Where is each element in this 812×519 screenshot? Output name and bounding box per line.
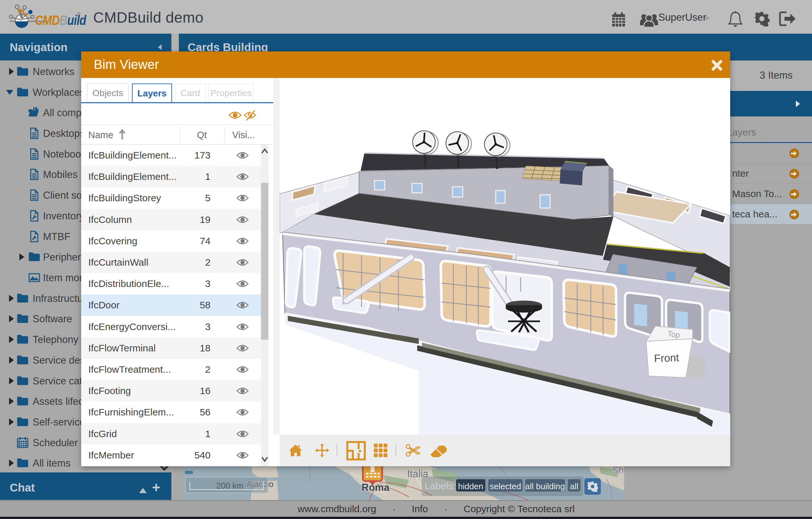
svg-text:200 km: 200 km (216, 481, 243, 491)
svg-text:Top: Top (667, 329, 680, 339)
svg-text:Roma: Roma (361, 482, 390, 493)
svg-text:Shqipër: Shqipër (612, 466, 624, 475)
svg-text:®: ® (77, 12, 81, 17)
svg-text:Front: Front (654, 351, 679, 364)
